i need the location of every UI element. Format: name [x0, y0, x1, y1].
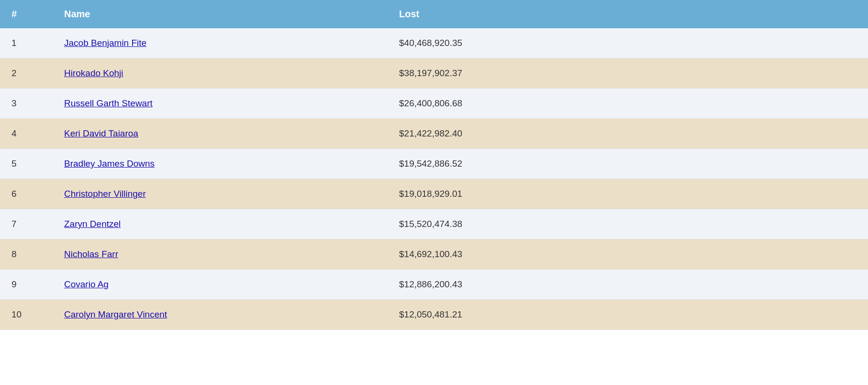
cell-name[interactable]: Covario Ag	[53, 270, 388, 300]
name-link[interactable]: Russell Garth Stewart	[64, 98, 153, 108]
cell-lost: $40,468,920.35	[388, 28, 868, 58]
cell-name[interactable]: Bradley James Downs	[53, 149, 388, 179]
cell-rank: 2	[0, 58, 53, 89]
leaderboard-table: # Name Lost 1Jacob Benjamin Fite$40,468,…	[0, 0, 868, 330]
table-row: 9Covario Ag$12,886,200.43	[0, 270, 868, 300]
cell-lost: $14,692,100.43	[388, 239, 868, 270]
cell-lost: $12,050,481.21	[388, 300, 868, 330]
cell-rank: 3	[0, 89, 53, 119]
name-link[interactable]: Carolyn Margaret Vincent	[64, 309, 167, 319]
cell-rank: 1	[0, 28, 53, 58]
cell-name[interactable]: Nicholas Farr	[53, 239, 388, 270]
cell-lost: $15,520,474.38	[388, 209, 868, 239]
table-header-row: # Name Lost	[0, 0, 868, 28]
name-link[interactable]: Keri David Taiaroa	[64, 128, 138, 138]
table-row: 8Nicholas Farr$14,692,100.43	[0, 239, 868, 270]
name-link[interactable]: Hirokado Kohji	[64, 68, 123, 78]
cell-rank: 10	[0, 300, 53, 330]
col-header-lost: Lost	[388, 0, 868, 28]
cell-rank: 7	[0, 209, 53, 239]
name-link[interactable]: Nicholas Farr	[64, 249, 118, 259]
cell-name[interactable]: Zaryn Dentzel	[53, 209, 388, 239]
cell-name[interactable]: Jacob Benjamin Fite	[53, 28, 388, 58]
table-row: 5Bradley James Downs$19,542,886.52	[0, 149, 868, 179]
cell-name[interactable]: Keri David Taiaroa	[53, 119, 388, 149]
col-header-name: Name	[53, 0, 388, 28]
table-row: 2Hirokado Kohji$38,197,902.37	[0, 58, 868, 89]
cell-lost: $12,886,200.43	[388, 270, 868, 300]
table-row: 3Russell Garth Stewart$26,400,806.68	[0, 89, 868, 119]
cell-lost: $19,542,886.52	[388, 149, 868, 179]
cell-name[interactable]: Hirokado Kohji	[53, 58, 388, 89]
cell-rank: 6	[0, 179, 53, 209]
name-link[interactable]: Christopher Villinger	[64, 189, 146, 199]
cell-name[interactable]: Christopher Villinger	[53, 179, 388, 209]
cell-name[interactable]: Carolyn Margaret Vincent	[53, 300, 388, 330]
table-row: 10Carolyn Margaret Vincent$12,050,481.21	[0, 300, 868, 330]
name-link[interactable]: Bradley James Downs	[64, 159, 155, 169]
table-row: 1Jacob Benjamin Fite$40,468,920.35	[0, 28, 868, 58]
cell-rank: 9	[0, 270, 53, 300]
cell-rank: 5	[0, 149, 53, 179]
cell-lost: $19,018,929.01	[388, 179, 868, 209]
cell-rank: 4	[0, 119, 53, 149]
cell-lost: $21,422,982.40	[388, 119, 868, 149]
cell-rank: 8	[0, 239, 53, 270]
table-row: 6Christopher Villinger$19,018,929.01	[0, 179, 868, 209]
name-link[interactable]: Covario Ag	[64, 279, 109, 289]
cell-lost: $38,197,902.37	[388, 58, 868, 89]
name-link[interactable]: Jacob Benjamin Fite	[64, 38, 146, 48]
cell-lost: $26,400,806.68	[388, 89, 868, 119]
cell-name[interactable]: Russell Garth Stewart	[53, 89, 388, 119]
name-link[interactable]: Zaryn Dentzel	[64, 219, 121, 229]
table-row: 7Zaryn Dentzel$15,520,474.38	[0, 209, 868, 239]
col-header-rank: #	[0, 0, 53, 28]
table-row: 4Keri David Taiaroa$21,422,982.40	[0, 119, 868, 149]
